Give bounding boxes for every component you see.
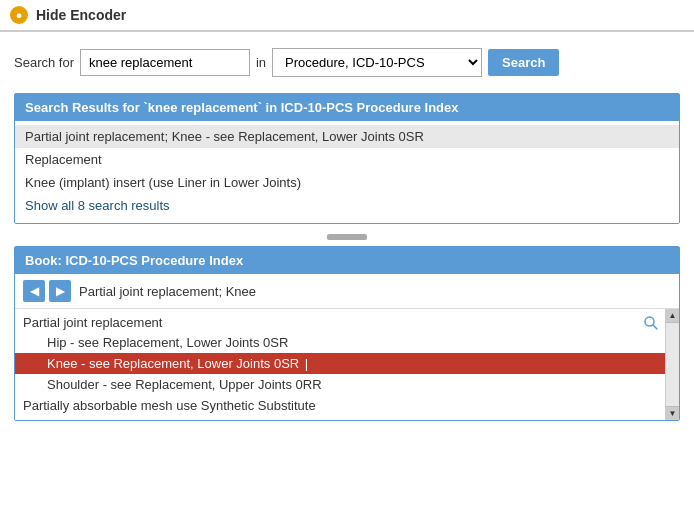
results-panel: Search Results for `knee replacement` in… (14, 93, 680, 224)
book-entry-shoulder[interactable]: Shoulder - see Replacement, Upper Joints… (15, 374, 679, 395)
header-bar: ● Hide Encoder (0, 0, 694, 32)
book-search-icon[interactable] (641, 313, 661, 333)
results-body: Partial joint replacement; Knee - see Re… (15, 121, 679, 223)
search-in-label: in (256, 55, 266, 70)
header-title[interactable]: Hide Encoder (36, 7, 126, 23)
search-section: Search for in Procedure, ICD-10-PCS Diag… (0, 32, 694, 93)
search-for-label: Search for (14, 55, 74, 70)
nav-next-button[interactable]: ▶ (49, 280, 71, 302)
result-item-1[interactable]: Partial joint replacement; Knee - see Re… (15, 125, 679, 148)
book-entry-hip[interactable]: Hip - see Replacement, Lower Joints 0SR (15, 332, 679, 353)
book-entry-mesh[interactable]: Partially absorbable mesh use Synthetic … (15, 395, 679, 416)
book-header: Book: ICD-10-PCS Procedure Index (15, 247, 679, 274)
search-input[interactable] (80, 49, 250, 76)
result-item-2[interactable]: Replacement (15, 148, 679, 171)
book-entry-knee[interactable]: Knee - see Replacement, Lower Joints 0SR… (15, 353, 679, 374)
book-breadcrumb: Partial joint replacement; Knee (79, 284, 256, 299)
resize-dots (327, 234, 367, 240)
header-icon: ● (10, 6, 28, 24)
cursor-indicator: | (305, 356, 308, 371)
result-item-3[interactable]: Knee (implant) insert (use Liner in Lowe… (15, 171, 679, 194)
book-nav-row: ◀ ▶ Partial joint replacement; Knee (15, 274, 679, 309)
show-all-link[interactable]: Show all 8 search results (15, 194, 180, 219)
category-select[interactable]: Procedure, ICD-10-PCS Diagnosis, ICD-10-… (272, 48, 482, 77)
svg-line-1 (653, 325, 657, 329)
search-row: Search for in Procedure, ICD-10-PCS Diag… (14, 48, 680, 77)
scroll-up-button[interactable]: ▲ (666, 309, 680, 323)
nav-prev-button[interactable]: ◀ (23, 280, 45, 302)
book-content: Partial joint replacement Hip - see Repl… (15, 309, 679, 420)
scroll-down-button[interactable]: ▼ (666, 406, 680, 420)
book-panel: Book: ICD-10-PCS Procedure Index ◀ ▶ Par… (14, 246, 680, 421)
book-scrollbar[interactable]: ▲ ▼ (665, 309, 679, 420)
resize-handle[interactable] (0, 232, 694, 242)
book-section-title: Partial joint replacement (15, 313, 679, 332)
search-button[interactable]: Search (488, 49, 559, 76)
results-header: Search Results for `knee replacement` in… (15, 94, 679, 121)
